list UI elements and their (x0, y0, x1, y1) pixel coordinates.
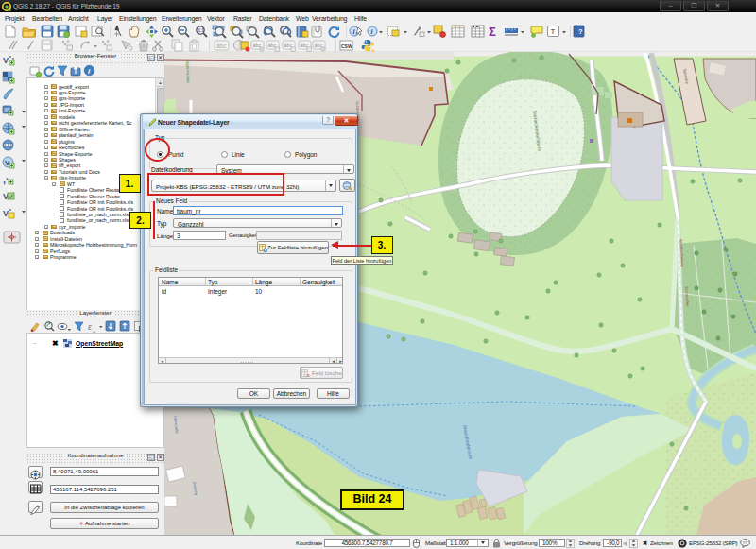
svg-text:1:1: 1:1 (198, 28, 205, 33)
svg-text:Σ: Σ (489, 25, 496, 39)
svg-text:CSW: CSW (341, 43, 352, 49)
svg-text:abc: abc (301, 43, 309, 48)
svg-text:›: › (6, 175, 9, 183)
svg-text:V: V (3, 209, 9, 218)
svg-text:T: T (551, 27, 556, 36)
svg-text:?: ? (578, 27, 583, 36)
svg-text:abc: abc (253, 43, 262, 48)
svg-text:abc: abc (268, 43, 277, 48)
svg-text:abc: abc (216, 43, 227, 49)
svg-text:abc: abc (284, 43, 293, 48)
svg-text:abc: abc (315, 43, 323, 48)
svg-text:V: V (3, 56, 9, 65)
svg-text:Jägerhausstr.: Jägerhausstr. (185, 60, 191, 84)
